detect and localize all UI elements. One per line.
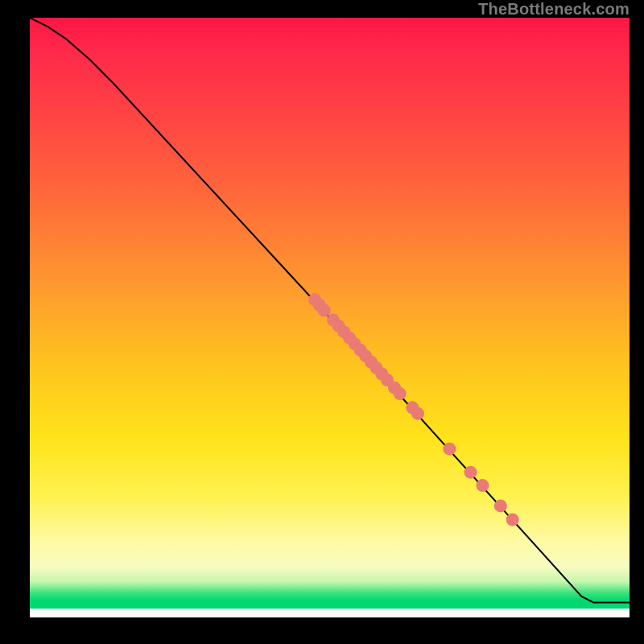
data-point <box>464 466 477 479</box>
data-point <box>477 479 489 492</box>
plot-area <box>30 18 630 617</box>
data-point <box>411 407 424 420</box>
data-point <box>394 387 407 400</box>
data-point <box>444 443 456 456</box>
data-point <box>506 514 519 526</box>
chart-stage: TheBottleneck.com <box>0 0 644 644</box>
data-point <box>318 304 331 317</box>
data-point <box>494 499 507 512</box>
watermark-text: TheBottleneck.com <box>478 0 630 19</box>
chart-svg <box>30 18 630 617</box>
